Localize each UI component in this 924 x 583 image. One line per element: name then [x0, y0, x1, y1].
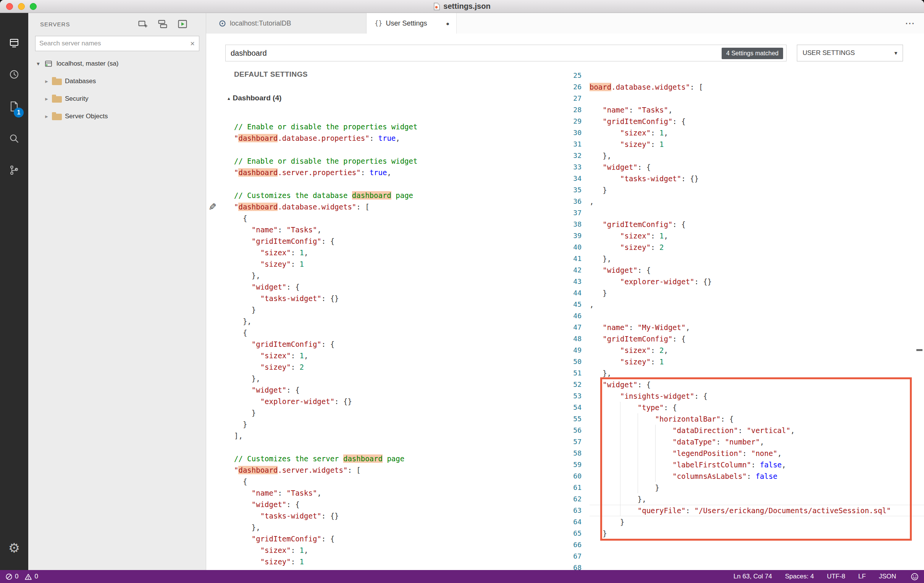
code-line[interactable]: "widget": { [234, 281, 561, 293]
code-line[interactable]: // Enable or disable the properties widg… [234, 155, 561, 167]
indentation-setting[interactable]: Spaces: 4 [785, 573, 814, 580]
tab-localhost-tutorialdb[interactable]: localhost:TutorialDB [206, 13, 366, 34]
code-line[interactable]: 52 "widget": { [565, 379, 924, 390]
code-line[interactable]: 27 { [565, 93, 924, 104]
code-line[interactable]: "widget": { [234, 384, 561, 396]
code-line[interactable]: 28 "name": "Tasks", [565, 104, 924, 115]
code-line[interactable]: 64 } [565, 516, 924, 528]
code-line[interactable]: } [234, 407, 561, 418]
code-line[interactable] [234, 178, 561, 189]
chevron-right-icon[interactable]: ▸ [43, 113, 50, 120]
tree-item-localhost[interactable]: ▾ localhost, master (sa) [28, 55, 206, 72]
code-line[interactable] [234, 144, 561, 155]
search-view-icon[interactable] [0, 124, 28, 153]
code-line[interactable]: // Customizes the database dashboard pag… [234, 189, 561, 201]
code-line[interactable]: 67 ] [565, 550, 924, 562]
code-line[interactable]: 58 "legendPosition": "none", [565, 448, 924, 459]
settings-scope-select[interactable]: USER SETTINGS ▾ [797, 44, 903, 61]
code-line[interactable]: { [234, 476, 561, 487]
code-line[interactable]: 56 "dataDirection": "vertical", [565, 425, 924, 436]
zoom-window-button[interactable] [30, 3, 37, 10]
code-line[interactable]: "sizey": 1 [234, 258, 561, 270]
code-line[interactable]: 66 } [565, 539, 924, 550]
code-line[interactable]: 45 }, [565, 299, 924, 310]
tree-item-security[interactable]: ▸ Security [28, 90, 206, 108]
code-line[interactable]: "dashboard.database.widgets": [ [234, 201, 561, 212]
code-line[interactable]: 55 "horizontalBar": { [565, 413, 924, 425]
code-line[interactable]: 30 "sizex": 1, [565, 127, 924, 138]
code-line[interactable]: 63 "queryFile": "/Users/erickang/Documen… [565, 505, 924, 516]
settings-gear-icon[interactable]: ⚙ [0, 537, 28, 559]
code-line[interactable]: }, [234, 373, 561, 384]
code-line[interactable]: 39 "sizex": 1, [565, 230, 924, 242]
code-line[interactable]: 57 "dataType": "number", [565, 436, 924, 448]
code-line[interactable]: "dashboard.server.widgets": [ [234, 464, 561, 476]
code-line[interactable]: "sizey": 2 [234, 361, 561, 373]
code-line[interactable]: { [234, 327, 561, 338]
code-line[interactable]: 49 "sizex": 2, [565, 344, 924, 356]
code-line[interactable]: 26 "dashboard.database.widgets": [ [565, 81, 924, 93]
code-line[interactable]: } [234, 418, 561, 430]
active-connections-button[interactable] [178, 19, 188, 29]
code-line[interactable]: }, [234, 270, 561, 281]
code-line[interactable]: 44 } [565, 287, 924, 299]
feedback-smiley-icon[interactable] [911, 573, 919, 581]
edit-setting-icon[interactable]: ✎ [208, 201, 216, 212]
minimize-window-button[interactable] [18, 3, 25, 10]
code-line[interactable]: 48 "gridItemConfig": { [565, 333, 924, 344]
code-line[interactable]: 32 }, [565, 150, 924, 161]
code-line[interactable]: 54 "type": { [565, 402, 924, 413]
code-line[interactable]: "gridItemConfig": { [234, 236, 561, 247]
code-line[interactable] [234, 441, 561, 453]
cursor-position[interactable]: Ln 63, Col 74 [733, 573, 772, 580]
code-line[interactable]: "dashboard.server.properties": true, [234, 167, 561, 178]
code-line[interactable]: 46 { [565, 310, 924, 322]
code-line[interactable]: 38 "gridItemConfig": { [565, 219, 924, 230]
code-line[interactable]: 29 "gridItemConfig": { [565, 115, 924, 127]
clear-search-icon[interactable]: × [186, 39, 199, 48]
code-line[interactable]: // Customizes the server dashboard page [234, 453, 561, 464]
running-queries-icon[interactable]: 1 [0, 92, 28, 120]
chevron-down-icon[interactable]: ▾ [35, 60, 42, 67]
code-line[interactable]: 65 } [565, 528, 924, 539]
code-line[interactable]: "explorer-widget": {} [234, 396, 561, 407]
editor-more-actions-icon[interactable]: ⋯ [905, 13, 916, 34]
code-line[interactable]: ], [234, 430, 561, 441]
code-line[interactable]: 33 "widget": { [565, 161, 924, 173]
code-line[interactable]: "sizey": 1 [234, 556, 561, 567]
code-line[interactable]: "sizex": 1, [234, 545, 561, 556]
code-line[interactable]: 31 "sizey": 1 [565, 138, 924, 150]
close-window-button[interactable] [6, 3, 13, 10]
code-line[interactable]: 36 }, [565, 196, 924, 207]
warning-count[interactable]: 0 [25, 573, 38, 580]
dashboard-group-header[interactable]: ▴ Dashboard (4) [228, 94, 281, 102]
code-line[interactable]: "sizex": 1, [234, 350, 561, 361]
tree-item-server-objects[interactable]: ▸ Server Objects [28, 108, 206, 125]
server-search-input[interactable] [36, 36, 186, 51]
code-line[interactable]: 34 "tasks-widget": {} [565, 173, 924, 184]
code-line[interactable]: 41 }, [565, 253, 924, 264]
code-line[interactable]: 60 "columnsAsLabels": false [565, 471, 924, 482]
code-line[interactable]: { [234, 212, 561, 224]
settings-search-input[interactable] [226, 45, 786, 61]
source-control-icon[interactable] [0, 156, 28, 184]
code-line[interactable]: "widget": { [234, 499, 561, 510]
chevron-right-icon[interactable]: ▸ [43, 96, 50, 102]
language-mode[interactable]: JSON [879, 573, 896, 580]
code-line[interactable]: 51 }, [565, 367, 924, 379]
code-line[interactable]: 50 "sizey": 1 [565, 356, 924, 367]
code-line[interactable]: "gridItemConfig": { [234, 338, 561, 350]
code-line[interactable]: 35 } [565, 184, 924, 196]
code-line[interactable]: }, [234, 316, 561, 327]
tree-item-databases[interactable]: ▸ Databases [28, 72, 206, 90]
chevron-right-icon[interactable]: ▸ [43, 78, 50, 85]
new-server-group-button[interactable] [158, 19, 168, 29]
code-line[interactable]: "gridItemConfig": { [234, 533, 561, 545]
code-line[interactable]: 47 "name": "My-Widget", [565, 322, 924, 333]
code-line[interactable]: 43 "explorer-widget": {} [565, 276, 924, 287]
dirty-indicator-icon[interactable]: ● [446, 20, 449, 27]
error-count[interactable]: 0 [5, 573, 18, 580]
code-line[interactable]: }, [234, 522, 561, 533]
encoding-setting[interactable]: UTF-8 [827, 573, 845, 580]
code-line[interactable]: "dashboard.database.properties": true, [234, 132, 561, 144]
